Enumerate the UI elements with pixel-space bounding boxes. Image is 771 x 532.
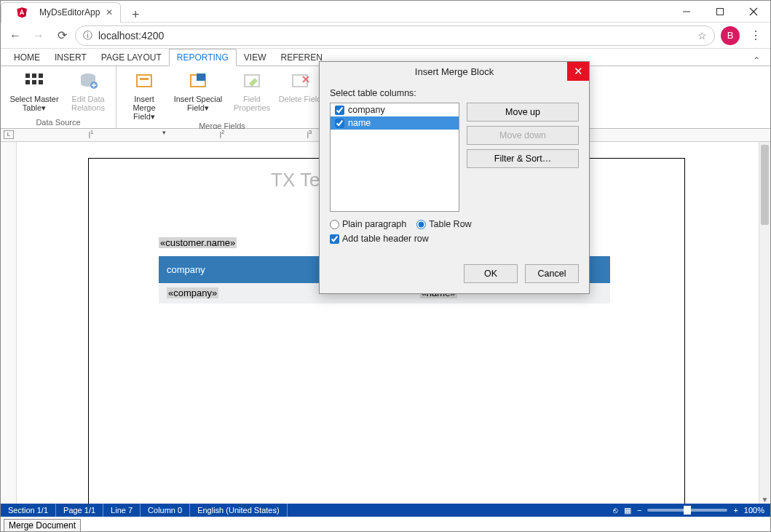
scrollbar-thumb[interactable] (761, 145, 769, 225)
window-minimize[interactable] (670, 1, 703, 23)
insert-special-field[interactable]: Insert Special Field▾ (170, 68, 226, 112)
status-column[interactable]: Column 0 (141, 504, 190, 517)
list-item[interactable]: company (331, 103, 459, 116)
svg-rect-3 (717, 8, 724, 15)
browser-menu-icon[interactable]: ⋮ (746, 28, 766, 42)
field-properties-icon (240, 69, 264, 92)
status-section[interactable]: Section 1/1 (1, 504, 56, 517)
merge-field-customer-name[interactable]: «customer.name» (159, 237, 237, 248)
edit-data-relations[interactable]: Edit Data Relations (66, 68, 110, 112)
address-bar[interactable]: ⓘ localhost:4200 ☆ (75, 25, 715, 46)
svg-rect-11 (39, 80, 43, 84)
dialog-titlebar[interactable]: Insert Merge Block ✕ (320, 62, 589, 81)
browser-tab[interactable]: MyDsEditorApp ✕ (1, 2, 121, 23)
merge-field-icon (133, 69, 156, 92)
ribbon-collapse-icon[interactable]: ⌃ (753, 55, 760, 65)
insert-merge-field[interactable]: Insert Merge Field▾ (122, 68, 166, 121)
move-up-button[interactable]: Move up (467, 103, 579, 122)
tab-insert[interactable]: INSERT (47, 49, 94, 65)
select-columns-label: Select table columns: (330, 88, 579, 98)
vertical-ruler[interactable] (1, 142, 17, 504)
browser-toolbar: ← → ⟳ ⓘ localhost:4200 ☆ B ⋮ (1, 23, 770, 49)
window-titlebar: MyDsEditorApp ✕ + (1, 1, 770, 23)
status-language[interactable]: English (United States) (190, 504, 288, 517)
column-checkbox[interactable] (335, 119, 344, 128)
zoom-slider[interactable] (647, 509, 727, 512)
special-field-icon (186, 69, 210, 92)
select-master-table[interactable]: Select Master Table▾ (7, 68, 62, 112)
svg-rect-8 (39, 74, 43, 78)
status-page[interactable]: Page 1/1 (56, 504, 103, 517)
svg-rect-14 (137, 75, 151, 87)
list-item[interactable]: name (331, 116, 459, 130)
svg-rect-15 (140, 78, 149, 80)
column-checkbox[interactable] (335, 106, 344, 115)
ok-button[interactable]: OK (464, 264, 518, 283)
insert-merge-block-dialog: Insert Merge Block ✕ Select table column… (319, 61, 590, 294)
checkbox-add-header-row[interactable]: Add table header row (330, 234, 579, 244)
database-icon (76, 69, 100, 92)
tab-view[interactable]: VIEW (237, 49, 274, 65)
dialog-title: Insert Merge Block (415, 66, 494, 77)
group-label-data-source: Data Source (7, 117, 110, 128)
scroll-down-icon[interactable]: ▼ (759, 496, 770, 504)
status-line[interactable]: Line 7 (103, 504, 141, 517)
tab-page-layout[interactable]: PAGE LAYOUT (94, 49, 169, 65)
svg-rect-7 (32, 74, 36, 78)
nav-reload[interactable]: ⟳ (52, 25, 72, 46)
radio-plain-paragraph[interactable]: Plain paragraph (330, 219, 406, 229)
ruler-corner: L (4, 130, 14, 139)
delete-field[interactable]: Delete Field (278, 68, 322, 103)
move-down-button[interactable]: Move down (467, 126, 579, 145)
site-info-icon[interactable]: ⓘ (83, 29, 92, 42)
status-bar: Section 1/1 Page 1/1 Line 7 Column 0 Eng… (1, 504, 770, 517)
field-properties[interactable]: Field Properties (230, 68, 274, 112)
tab-close-icon[interactable]: ✕ (106, 7, 113, 17)
track-changes-icon[interactable]: ⎋ (613, 506, 618, 515)
url-text: localhost:4200 (98, 30, 164, 41)
bookmark-icon[interactable]: ☆ (697, 30, 707, 41)
table-grid-icon (23, 69, 46, 92)
vertical-scrollbar[interactable]: ▲ ▼ (759, 142, 770, 504)
zoom-slider-knob[interactable] (684, 506, 691, 515)
radio-table-row[interactable]: Table Row (416, 219, 471, 229)
zoom-level[interactable]: 100% (744, 506, 764, 515)
nav-back[interactable]: ← (5, 25, 25, 46)
svg-rect-10 (32, 80, 36, 84)
tab-home[interactable]: HOME (7, 49, 47, 65)
view-mode-icon[interactable]: ▦ (624, 506, 631, 515)
cancel-button[interactable]: Cancel (525, 264, 579, 283)
window-close[interactable] (737, 1, 770, 23)
delete-field-icon (288, 69, 312, 92)
columns-listbox[interactable]: company name (330, 103, 459, 212)
zoom-out-button[interactable]: − (637, 506, 641, 515)
svg-rect-6 (25, 74, 30, 78)
nav-forward[interactable]: → (28, 25, 49, 46)
bottom-toolbar: Merge Document (1, 517, 770, 532)
svg-rect-17 (197, 74, 205, 81)
angular-icon (16, 7, 28, 18)
profile-avatar[interactable]: B (721, 26, 740, 45)
dialog-close-button[interactable]: ✕ (567, 62, 589, 81)
merge-document-button[interactable]: Merge Document (4, 519, 81, 532)
filter-sort-button[interactable]: Filter & Sort… (467, 149, 579, 168)
tab-reporting[interactable]: REPORTING (169, 49, 237, 66)
window-maximize[interactable] (703, 1, 737, 23)
new-tab-button[interactable]: + (125, 7, 146, 23)
browser-tab-title: MyDsEditorApp (39, 7, 100, 17)
zoom-in-button[interactable]: + (733, 506, 738, 515)
svg-rect-9 (25, 80, 30, 84)
